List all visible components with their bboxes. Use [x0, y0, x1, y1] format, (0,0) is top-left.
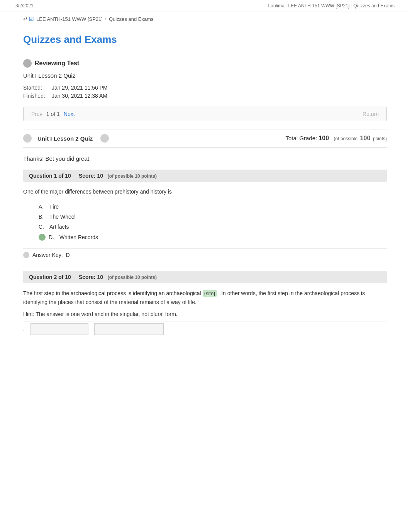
option-b-text: The Wheel: [49, 214, 76, 220]
dates-section: Started: Jan 29, 2021 11:56 PM Finished:…: [23, 85, 387, 99]
main-content: Reviewing Test Unit I Lesson 2 Quiz Star…: [0, 49, 410, 350]
grade-value: 100: [319, 135, 329, 141]
quiz-name: Unit I Lesson 2 Quiz: [23, 72, 387, 79]
breadcrumb-full: Laulima : LEE ANTH-151 WWW [SP21] : Quiz…: [268, 3, 395, 8]
nav-bar: Prev 1 of 1 Next Return: [23, 107, 387, 121]
quiz-result-header: Unit I Lesson 2 Quiz Total Grade: 100 (o…: [23, 129, 387, 148]
option-b: B. The Wheel: [39, 212, 387, 222]
page-title: Quizzes and Exams: [0, 26, 410, 49]
breadcrumb: ↵ ☑ LEE ANTH-151 WWW [SP21] › Quizzes an…: [0, 12, 410, 26]
grade-info: Total Grade: 100 (of possible 100 points…: [285, 135, 387, 142]
question-2-header: Question 2 of 10 Score: 10 (of possible …: [23, 271, 387, 283]
reviewing-header: Reviewing Test: [23, 59, 387, 68]
question-1-text: One of the major differences between pre…: [23, 188, 387, 196]
option-c: C. Artifacts: [39, 222, 387, 232]
answer-input-box: [30, 323, 88, 335]
answer-dot: .: [23, 326, 25, 332]
started-value: Jan 29, 2021 11:56 PM: [52, 85, 108, 91]
breadcrumb-icons: ↵ ☑: [23, 16, 34, 22]
possible-value: 100: [360, 135, 371, 141]
option-c-letter: C.: [39, 224, 46, 230]
question-1-options: A. Fire B. The Wheel C. Artifacts D. Wri…: [39, 202, 387, 243]
option-a: A. Fire: [39, 202, 387, 212]
finished-value: Jan 30, 2021 12:38 AM: [52, 93, 107, 99]
breadcrumb-course-link[interactable]: LEE ANTH-151 WWW [SP21]: [36, 16, 103, 22]
question-2-block: Question 2 of 10 Score: 10 (of possible …: [23, 271, 387, 337]
date-display: 3/2/2021: [15, 3, 34, 8]
question-1-block: Question 1 of 10 Score: 10 (of possible …: [23, 170, 387, 261]
grade-label: Total Grade:: [285, 135, 317, 141]
option-b-letter: B.: [39, 214, 46, 220]
hint-text: Hint: The answer is one word and in the …: [23, 311, 387, 317]
top-bar: 3/2/2021 Laulima : LEE ANTH-151 WWW [SP2…: [0, 0, 410, 12]
finished-label: Finished:: [23, 93, 50, 99]
option-d-text: Written Records: [59, 234, 98, 240]
option-d-selected-icon: [39, 234, 46, 241]
option-a-letter: A.: [39, 204, 46, 210]
finished-row: Finished: Jan 30, 2021 12:38 AM: [23, 93, 387, 99]
breadcrumb-chevron: ›: [105, 16, 107, 22]
forward-icon: ↵: [23, 16, 28, 22]
answer-key-section: Answer Key: D: [23, 248, 387, 261]
question-2-text: The first step in the archaeological pro…: [23, 289, 387, 306]
answer-key-value: D: [66, 252, 70, 258]
question-1-header: Question 1 of 10 Score: 10 (of possible …: [23, 170, 387, 182]
answer-key-icon: [23, 252, 29, 258]
reviewing-title: Reviewing Test: [35, 60, 79, 67]
answer-row: .: [23, 321, 387, 337]
q2-text-before: The first step in the archaeological pro…: [23, 290, 201, 296]
started-row: Started: Jan 29, 2021 11:56 PM: [23, 85, 387, 91]
return-link[interactable]: Return: [363, 111, 379, 117]
nav-bar-left: Prev 1 of 1 Next: [31, 111, 75, 117]
result-quiz-title: Unit I Lesson 2 Quiz: [37, 135, 93, 142]
prev-link[interactable]: Prev: [31, 111, 42, 117]
result-icon: [23, 134, 32, 143]
reviewing-icon: [23, 59, 32, 68]
page-info: 1 of 1: [46, 111, 60, 117]
q2-highlight: {site}: [203, 290, 217, 297]
correct-answer-box: [94, 323, 164, 335]
reviewing-section: Reviewing Test Unit I Lesson 2 Quiz Star…: [23, 59, 387, 337]
possible-label: (of possible 100 points): [334, 136, 387, 141]
check-icon: ☑: [29, 16, 34, 22]
option-c-text: Artifacts: [49, 224, 69, 230]
question-2-label: Question 2 of 10: [29, 274, 71, 280]
question-1-score: Score: 10 (of possible 10 points): [79, 173, 157, 179]
started-label: Started:: [23, 85, 50, 91]
next-link[interactable]: Next: [64, 111, 75, 117]
thanks-message: Thanks! Bet you did great.: [23, 155, 387, 162]
breadcrumb-current: Quizzes and Exams: [109, 16, 154, 22]
option-d-row: D. Written Records: [39, 234, 98, 241]
question-1-label: Question 1 of 10: [29, 173, 71, 179]
option-d-letter: D.: [49, 234, 56, 240]
answer-key-label: Answer Key:: [32, 252, 63, 258]
question-2-score: Score: 10 (of possible 10 points): [79, 274, 157, 280]
option-a-text: Fire: [49, 204, 59, 210]
result-icon-2: [100, 134, 109, 143]
option-d: D. Written Records: [39, 232, 387, 243]
